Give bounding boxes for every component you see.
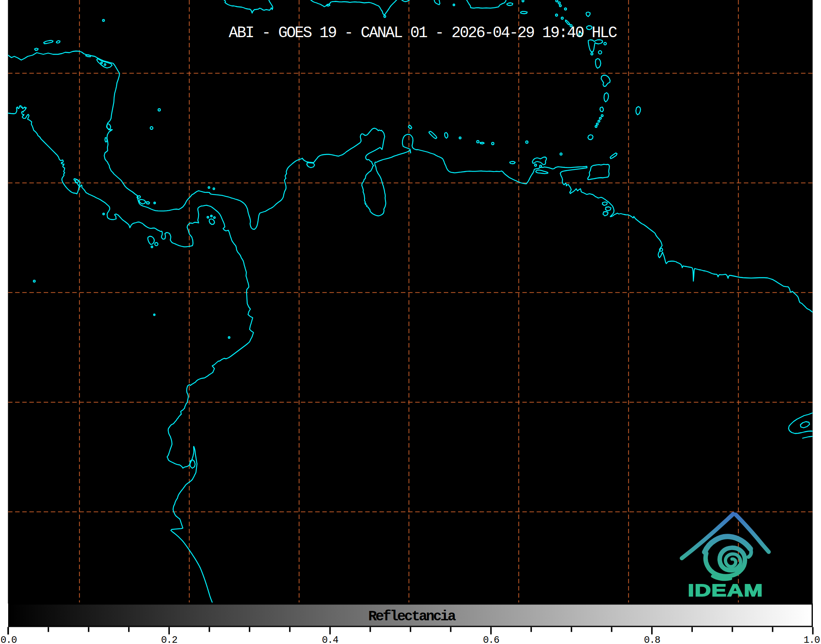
svg-text:0.6: 0.6	[483, 635, 499, 644]
svg-text:IDEAM: IDEAM	[688, 581, 763, 599]
svg-text:ABI - GOES 19 - CANAL 01 - 202: ABI - GOES 19 - CANAL 01 - 2026-04-29 19…	[229, 24, 617, 42]
svg-text:1.0: 1.0	[803, 635, 820, 644]
svg-text:0.8: 0.8	[644, 635, 660, 644]
svg-text:0.4: 0.4	[322, 635, 338, 644]
svg-text:Reflectancia: Reflectancia	[368, 608, 456, 625]
svg-text:0.0: 0.0	[0, 635, 17, 644]
svg-text:0.2: 0.2	[161, 635, 177, 644]
